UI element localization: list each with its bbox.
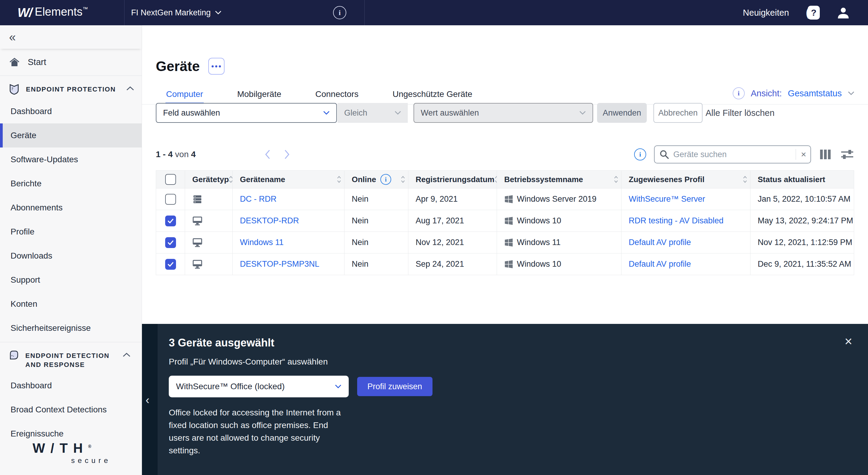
sort-icon[interactable]	[495, 175, 497, 183]
chevron-left-icon[interactable]: ‹	[146, 394, 150, 407]
sidebar-item-support[interactable]: Support	[0, 268, 142, 292]
table-row: Windows 11 Nein Nov 12, 2021 Windows 11 …	[156, 232, 854, 253]
sidebar-item-geraete[interactable]: Geräte	[0, 124, 142, 147]
sidebar-item-berichte[interactable]: Berichte	[0, 172, 142, 196]
tab-ungeschuetzte-geraete[interactable]: Ungeschützte Geräte	[393, 84, 472, 104]
filter-field-select[interactable]: Feld auswählen	[156, 103, 337, 123]
desktop-icon	[192, 238, 203, 247]
tab-connectors[interactable]: Connectors	[315, 84, 358, 104]
sidebar-item-abonnements[interactable]: Abonnements	[0, 196, 142, 220]
check-icon	[167, 260, 175, 268]
topbar-divider	[364, 0, 365, 25]
section-label: ENDPOINT DETECTION AND RESPONSE	[25, 350, 116, 369]
sort-icon[interactable]	[743, 175, 747, 183]
sidebar-item-sicherheitsereignisse[interactable]: Sicherheitsereignisse	[0, 316, 142, 340]
selection-action-panel: ‹ 3 Geräte ausgewählt Profil „Für Window…	[142, 324, 868, 475]
search-clear-icon[interactable]: ×	[801, 150, 806, 159]
app-root: W/ Elements ™ FI NextGen Marketing i Neu…	[0, 0, 868, 475]
sidebar-item-edr-dashboard[interactable]: Dashboard	[0, 374, 142, 398]
topbar-actions: Neuigkeiten ( ?	[743, 0, 868, 25]
selected-count-title: 3 Geräte ausgewählt	[169, 337, 530, 349]
column-header[interactable]: Gerätename	[240, 175, 285, 184]
sidebar-collapse-button[interactable]: «	[0, 25, 142, 49]
sidebar-item-start[interactable]: Start	[0, 49, 142, 76]
sort-icon[interactable]	[401, 175, 405, 183]
news-link[interactable]: Neuigkeiten	[743, 8, 789, 18]
column-header[interactable]: Betriebssystemname	[504, 175, 583, 184]
section-label: ENDPOINT PROTECTION	[26, 84, 119, 94]
device-name-link[interactable]: Windows 11	[240, 238, 284, 247]
close-icon[interactable]: ×	[844, 335, 852, 348]
sidebar-item-software-updates[interactable]: Software-Updates	[0, 147, 142, 172]
chevron-down-icon	[215, 10, 221, 15]
chevron-down-icon	[323, 111, 330, 115]
column-header[interactable]: Gerätetyp	[192, 175, 229, 184]
sidebar-item-broad-context-detections[interactable]: Broad Context Detections	[0, 398, 142, 422]
row-checkbox[interactable]	[165, 194, 176, 205]
server-icon	[192, 195, 203, 204]
column-header[interactable]: Zugewiesenes Profil	[629, 175, 704, 184]
section-endpoint-protection[interactable]: ENDPOINT PROTECTION	[0, 76, 142, 99]
help-icon[interactable]: ( ?	[806, 6, 820, 20]
cancel-filter-button[interactable]: Abbrechen	[653, 103, 703, 123]
clear-all-filters-link[interactable]: Alle Filter löschen	[706, 108, 775, 118]
device-name-link[interactable]: DC - RDR	[240, 195, 277, 204]
brand-trademark: ™	[83, 6, 88, 12]
more-actions-button[interactable]	[208, 58, 224, 75]
assign-profile-button[interactable]: Profil zuweisen	[357, 377, 433, 396]
profile-select[interactable]: WithSecure™ Office (locked)	[169, 376, 349, 397]
sidebar-item-konten[interactable]: Konten	[0, 292, 142, 316]
search-info-icon[interactable]: i	[634, 148, 646, 161]
profile-link[interactable]: Default AV profile	[629, 260, 691, 269]
apply-filter-button[interactable]: Anwenden	[597, 103, 647, 123]
panel-collapse-strip[interactable]: ‹	[142, 324, 158, 475]
profile-link[interactable]: WithSecure™ Server	[629, 195, 705, 204]
sidebar-item-downloads[interactable]: Downloads	[0, 244, 142, 268]
windows-icon	[504, 260, 513, 269]
row-checkbox[interactable]	[165, 215, 176, 226]
section-edr[interactable]: ENDPOINT DETECTION AND RESPONSE	[0, 342, 142, 374]
org-info-icon[interactable]: i	[333, 6, 346, 19]
row-checkbox[interactable]	[165, 237, 176, 248]
sort-icon[interactable]	[229, 175, 232, 183]
panel-content: 3 Geräte ausgewählt Profil „Für Windows-…	[169, 337, 530, 457]
table-row: DESKTOP-PSMP3NL Nein Sep 24, 2021 Window…	[156, 253, 854, 275]
column-header[interactable]: Registrierungsdatum	[415, 175, 495, 184]
user-account-icon[interactable]	[837, 6, 850, 19]
device-name-link[interactable]: DESKTOP-PSMP3NL	[240, 260, 319, 269]
next-page-button[interactable]	[281, 149, 293, 160]
profile-link[interactable]: Default AV profile	[629, 238, 691, 247]
tab-computer[interactable]: Computer	[166, 84, 203, 104]
windows-icon	[504, 195, 513, 204]
device-search[interactable]: ×	[654, 145, 811, 164]
main-content: Geräte Computer Mobilgeräte Connectors U…	[142, 25, 868, 324]
column-header[interactable]: Online	[352, 175, 376, 184]
chevron-up-icon	[122, 352, 131, 357]
tab-mobilgeraete[interactable]: Mobilgeräte	[237, 84, 281, 104]
collapse-icon: «	[9, 31, 16, 43]
device-name-link[interactable]: DESKTOP-RDR	[240, 216, 299, 226]
profile-select-label: Profil „Für Windows-Computer“ auswählen	[169, 357, 530, 367]
table-filter-settings-icon[interactable]	[840, 148, 855, 161]
sidebar-item-profile[interactable]: Profile	[0, 220, 142, 244]
sidebar-item-dashboard[interactable]: Dashboard	[0, 99, 142, 124]
sort-icon[interactable]	[337, 175, 341, 183]
row-checkbox[interactable]	[165, 259, 176, 270]
brand-name: Elements	[35, 5, 82, 19]
org-switcher[interactable]: FI NextGen Marketing	[124, 8, 234, 18]
previous-page-button[interactable]	[262, 149, 273, 160]
select-all-checkbox[interactable]	[165, 174, 176, 185]
table-row: DESKTOP-RDR Nein Aug 17, 2021 Windows 10…	[156, 210, 854, 232]
chevron-down-icon	[335, 384, 341, 388]
windows-icon	[504, 216, 513, 226]
search-input[interactable]	[673, 150, 796, 159]
profile-link[interactable]: RDR testing - AV Disabled	[629, 216, 724, 226]
column-settings-icon[interactable]	[819, 148, 832, 161]
view-info-icon[interactable]: i	[733, 87, 745, 99]
column-header[interactable]: Status aktualisiert	[758, 175, 825, 184]
online-info-icon[interactable]: i	[380, 174, 391, 185]
filter-value-select[interactable]: Wert auswählen	[413, 103, 593, 123]
filter-operator-select[interactable]: Gleich	[338, 103, 408, 123]
view-selector[interactable]: i Ansicht: Gesamtstatus	[733, 84, 855, 102]
sort-icon[interactable]	[614, 175, 618, 183]
